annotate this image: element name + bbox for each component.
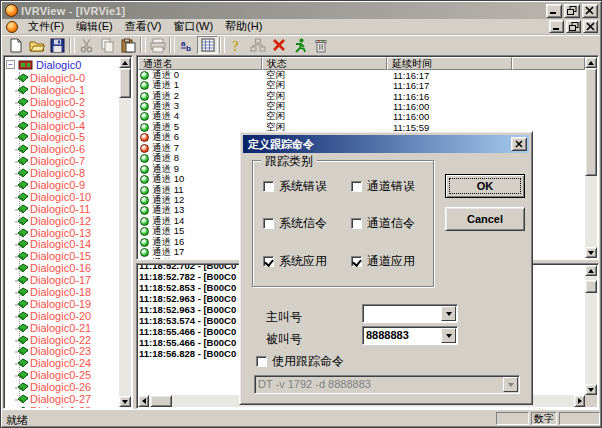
scroll-down-button[interactable]: [585, 247, 597, 258]
column-header-duration[interactable]: 延续时间: [387, 57, 512, 70]
column-header-status[interactable]: 状态: [262, 57, 387, 70]
channel-tree-button[interactable]: [247, 36, 268, 54]
menu-item[interactable]: 文件(F): [22, 18, 70, 35]
trace-checkbox-row[interactable]: 通道应用: [351, 254, 429, 268]
menu-item[interactable]: 编辑(E): [70, 18, 119, 35]
ok-button[interactable]: OK: [445, 174, 525, 198]
cut-button[interactable]: [76, 36, 97, 54]
scroll-down-button[interactable]: [585, 384, 597, 395]
tree-item[interactable]: Dialogic0-20: [6, 310, 118, 322]
menu-item[interactable]: 查看(V): [119, 18, 168, 35]
tree-root-item[interactable]: − Dialogic0: [6, 58, 132, 71]
menu-item[interactable]: 窗口(W): [167, 18, 219, 35]
tree-item[interactable]: Dialogic0-23: [6, 345, 118, 357]
channel-chip-icon: [15, 85, 29, 95]
restore-button[interactable]: [564, 4, 580, 18]
trace-checkbox-row[interactable]: 通道信令: [351, 217, 429, 231]
tree-item[interactable]: Dialogic0-7: [6, 155, 118, 167]
scroll-thumb[interactable]: [585, 68, 597, 176]
cancel-button[interactable]: Cancel: [445, 207, 525, 231]
dropdown-arrow-icon[interactable]: [441, 306, 456, 321]
checkbox[interactable]: [263, 181, 274, 192]
tree-item[interactable]: Dialogic0-15: [6, 250, 118, 262]
tree-item[interactable]: Dialogic0-11: [6, 203, 118, 215]
tree-item[interactable]: Dialogic0-27: [6, 393, 118, 405]
dropdown-arrow-icon[interactable]: [441, 328, 456, 343]
tree-item[interactable]: Dialogic0-3: [6, 108, 118, 120]
tree-item[interactable]: Dialogic0-1: [6, 84, 118, 96]
mdi-minimize-button[interactable]: [549, 20, 564, 33]
channel-label-button[interactable]: ab: [176, 36, 197, 54]
tree-item[interactable]: Dialogic0-24: [6, 357, 118, 369]
tree-item[interactable]: Dialogic0-14: [6, 238, 118, 250]
help-button[interactable]: ?: [226, 36, 247, 54]
tree-item[interactable]: Dialogic0-12: [6, 215, 118, 227]
tree-item[interactable]: Dialogic0-8: [6, 167, 118, 179]
scroll-up-button[interactable]: [585, 265, 597, 276]
tree-item[interactable]: Dialogic0-26: [6, 381, 118, 393]
hierarchy-icon: [250, 38, 266, 52]
caller-number-combobox[interactable]: [362, 304, 458, 323]
paste-button[interactable]: [118, 36, 139, 54]
checkbox[interactable]: [263, 256, 274, 267]
tree-item[interactable]: Dialogic0-18: [6, 286, 118, 298]
dialog-close-button[interactable]: [511, 137, 527, 151]
tree-item[interactable]: Dialogic0-4: [6, 120, 118, 132]
tree-item[interactable]: Dialogic0-6: [6, 143, 118, 155]
scroll-thumb[interactable]: [119, 68, 131, 98]
close-button[interactable]: [582, 4, 598, 18]
mdi-close-button[interactable]: [583, 20, 598, 33]
trace-checkbox-row[interactable]: 通道错误: [351, 179, 429, 193]
tree-item[interactable]: Dialogic0-2: [6, 96, 118, 108]
scroll-thumb[interactable]: [150, 395, 172, 407]
tree-item[interactable]: Dialogic0-25: [6, 369, 118, 381]
scroll-up-button[interactable]: [119, 57, 131, 68]
tree-item[interactable]: Dialogic0-10: [6, 191, 118, 203]
tree-item[interactable]: Dialogic0-28: [6, 405, 118, 408]
scroll-down-button[interactable]: [119, 396, 131, 407]
tree-item[interactable]: Dialogic0-22: [6, 334, 118, 346]
use-trace-command-checkbox[interactable]: [256, 356, 267, 367]
tree-item[interactable]: Dialogic0-16: [6, 262, 118, 274]
tree-item[interactable]: Dialogic0-5: [6, 131, 118, 143]
checkbox[interactable]: [263, 218, 274, 229]
trace-checkbox-row[interactable]: 系统应用: [263, 254, 351, 268]
trace-checkbox-row[interactable]: 系统信令: [263, 217, 351, 231]
scroll-left-button[interactable]: [138, 395, 149, 407]
trace-checkbox-row[interactable]: 系统错误: [263, 179, 351, 193]
new-file-button[interactable]: [5, 36, 26, 54]
mdi-child-icon[interactable]: [6, 21, 18, 33]
tree-item[interactable]: Dialogic0-19: [6, 298, 118, 310]
scroll-right-button[interactable]: [574, 395, 585, 407]
tree-item[interactable]: Dialogic0-13: [6, 227, 118, 239]
run-start-button[interactable]: [289, 36, 310, 54]
callee-number-combobox[interactable]: 8888883: [362, 326, 458, 345]
scroll-up-button[interactable]: [585, 57, 597, 68]
checkbox-label: 通道错误: [367, 178, 415, 195]
mdi-restore-button[interactable]: [566, 20, 581, 33]
column-header-name[interactable]: 通道名: [138, 57, 262, 70]
use-trace-command-row[interactable]: 使用跟踪命令: [256, 353, 344, 370]
tree-item[interactable]: Dialogic0-17: [6, 274, 118, 286]
svg-text:b: b: [186, 44, 191, 53]
print-button[interactable]: [147, 36, 168, 54]
scroll-thumb[interactable]: [585, 280, 597, 293]
copy-button[interactable]: [97, 36, 118, 54]
grid-view-button[interactable]: [197, 36, 218, 54]
checkbox[interactable]: [351, 181, 362, 192]
tree-item[interactable]: Dialogic0-21: [6, 322, 118, 334]
tree-item[interactable]: Dialogic0-9: [6, 179, 118, 191]
stop-delete-button[interactable]: [268, 36, 289, 54]
save-button[interactable]: [47, 36, 68, 54]
tree-item-label: Dialogic0-12: [30, 215, 91, 227]
minimize-button[interactable]: [546, 4, 562, 18]
clear-trash-button[interactable]: [310, 36, 331, 54]
collapse-icon[interactable]: −: [6, 60, 15, 69]
channel-chip-icon: [15, 239, 29, 249]
checkbox[interactable]: [351, 256, 362, 267]
open-file-button[interactable]: [26, 36, 47, 54]
menu-item[interactable]: 帮助(H): [219, 18, 268, 35]
tree-item-label: Dialogic0-20: [30, 310, 91, 322]
checkbox[interactable]: [351, 218, 362, 229]
tree-item[interactable]: Dialogic0-0: [6, 72, 118, 84]
